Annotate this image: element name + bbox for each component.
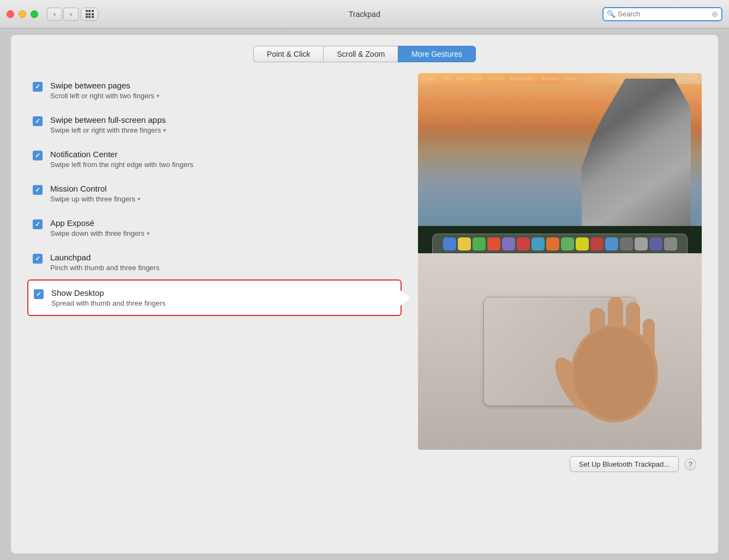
gesture-desc: Swipe left from the right edge with two … bbox=[50, 160, 193, 169]
checkmark-icon: ✓ bbox=[35, 84, 40, 90]
dock-icon bbox=[487, 237, 500, 251]
grid-icon bbox=[86, 10, 94, 18]
search-clear-icon[interactable]: ⊗ bbox=[712, 10, 719, 18]
checkbox-launchpad[interactable]: ✓ bbox=[33, 254, 43, 264]
gesture-title: Launchpad bbox=[50, 253, 159, 262]
forward-button[interactable]: › bbox=[63, 8, 79, 21]
chevron-down-icon[interactable]: ▾ bbox=[163, 127, 166, 133]
gesture-title: Notification Center bbox=[50, 150, 193, 159]
gesture-desc: Scroll left or right with two fingers ▾ bbox=[50, 92, 159, 100]
close-button[interactable] bbox=[7, 10, 14, 18]
chevron-down-icon[interactable]: ▾ bbox=[157, 93, 159, 99]
window-title: Trackpad bbox=[349, 10, 380, 19]
gesture-title: App Exposé bbox=[50, 218, 150, 228]
dock-icon bbox=[517, 237, 530, 251]
search-bar[interactable]: 🔍 ⊗ bbox=[602, 7, 722, 21]
content-split: ✓ Swipe between pages Scroll left or rig… bbox=[27, 73, 702, 450]
dock-icon bbox=[458, 237, 471, 251]
back-button[interactable]: ‹ bbox=[47, 8, 62, 21]
hand-gesture-image bbox=[543, 264, 685, 428]
tab-more-gestures[interactable]: More Gestures bbox=[398, 46, 476, 62]
dock-icon bbox=[664, 237, 677, 251]
gesture-desc: Swipe up with three fingers ▾ bbox=[50, 195, 140, 203]
setup-bluetooth-button[interactable]: Set Up Bluetooth Trackpad... bbox=[570, 456, 679, 472]
gesture-title: Mission Control bbox=[50, 184, 140, 193]
minimize-button[interactable] bbox=[19, 10, 26, 18]
title-bar: ‹ › Trackpad 🔍 ⊗ bbox=[0, 0, 729, 28]
bottom-bar: Set Up Bluetooth Trackpad... ? bbox=[27, 450, 702, 472]
mac-screen-preview: Safari File Edit View History Bookmarks … bbox=[418, 73, 702, 253]
gesture-show-desktop: ✓ Show Desktop Spread with thumb and thr… bbox=[27, 279, 402, 316]
dock-icon bbox=[635, 237, 648, 251]
dock-icon bbox=[502, 237, 515, 251]
gesture-mission-control: ✓ Mission Control Swipe up with three fi… bbox=[27, 176, 402, 211]
traffic-lights bbox=[7, 10, 38, 18]
checkmark-icon: ✓ bbox=[35, 152, 40, 159]
tab-point-click[interactable]: Point & Click bbox=[253, 46, 323, 62]
checkbox-swipe-pages[interactable]: ✓ bbox=[33, 82, 43, 92]
dock-icon bbox=[531, 237, 545, 251]
dock-icon bbox=[561, 237, 574, 251]
chevron-down-icon[interactable]: ▾ bbox=[138, 196, 140, 202]
tab-scroll-zoom[interactable]: Scroll & Zoom bbox=[323, 46, 398, 62]
search-icon: 🔍 bbox=[607, 10, 616, 18]
nav-buttons: ‹ › bbox=[47, 8, 79, 21]
gesture-swipe-fullscreen: ✓ Swipe between full-screen apps Swipe l… bbox=[27, 108, 402, 142]
search-input[interactable] bbox=[618, 10, 709, 18]
main-content: Point & Click Scroll & Zoom More Gesture… bbox=[11, 35, 718, 553]
dock-bar bbox=[432, 234, 688, 253]
gesture-text-show-desktop: Show Desktop Spread with thumb and three… bbox=[51, 288, 166, 307]
gesture-title: Swipe between pages bbox=[50, 81, 159, 90]
checkbox-notification-center[interactable]: ✓ bbox=[33, 151, 43, 160]
tab-bar: Point & Click Scroll & Zoom More Gesture… bbox=[27, 46, 702, 62]
gesture-text-mission-control: Mission Control Swipe up with three fing… bbox=[50, 184, 140, 203]
dock-icon bbox=[473, 237, 486, 251]
gesture-text-swipe-pages: Swipe between pages Scroll left or right… bbox=[50, 81, 159, 100]
checkmark-icon: ✓ bbox=[35, 118, 40, 124]
checkmark-icon: ✓ bbox=[35, 221, 40, 228]
dock-icon bbox=[649, 237, 662, 251]
gesture-desc: Swipe down with three fingers ▾ bbox=[50, 229, 150, 237]
checkbox-mission-control[interactable]: ✓ bbox=[33, 185, 43, 195]
checkmark-icon: ✓ bbox=[36, 291, 41, 297]
gesture-desc: Spread with thumb and three fingers bbox=[51, 299, 166, 307]
gesture-title: Swipe between full-screen apps bbox=[50, 115, 166, 124]
app-grid-button[interactable] bbox=[81, 8, 98, 21]
gesture-swipe-pages: ✓ Swipe between pages Scroll left or rig… bbox=[27, 73, 402, 108]
gesture-desc: Swipe left or right with three fingers ▾ bbox=[50, 126, 166, 134]
gesture-text-notification-center: Notification Center Swipe left from the … bbox=[50, 150, 193, 169]
gestures-list: ✓ Swipe between pages Scroll left or rig… bbox=[27, 73, 402, 450]
svg-point-6 bbox=[573, 327, 655, 420]
gesture-desc: Pinch with thumb and three fingers bbox=[50, 264, 159, 272]
dock-icon bbox=[590, 237, 603, 251]
gesture-title: Show Desktop bbox=[51, 288, 166, 297]
gesture-notification-center: ✓ Notification Center Swipe left from th… bbox=[27, 142, 402, 176]
checkbox-show-desktop[interactable]: ✓ bbox=[34, 289, 44, 299]
gesture-preview-panel: Safari File Edit View History Bookmarks … bbox=[418, 73, 702, 450]
gesture-app-expose: ✓ App Exposé Swipe down with three finge… bbox=[27, 211, 402, 245]
gesture-text-app-expose: App Exposé Swipe down with three fingers… bbox=[50, 218, 150, 237]
dock-icon bbox=[620, 237, 633, 251]
dock-icon bbox=[605, 237, 618, 251]
checkbox-swipe-fullscreen[interactable]: ✓ bbox=[33, 116, 43, 126]
dock-icon bbox=[443, 237, 456, 251]
chevron-down-icon[interactable]: ▾ bbox=[147, 230, 150, 236]
gesture-launchpad: ✓ Launchpad Pinch with thumb and three f… bbox=[27, 245, 402, 279]
gesture-text-launchpad: Launchpad Pinch with thumb and three fin… bbox=[50, 253, 159, 272]
checkbox-app-expose[interactable]: ✓ bbox=[33, 219, 43, 229]
gesture-text-swipe-fullscreen: Swipe between full-screen apps Swipe lef… bbox=[50, 115, 166, 134]
fullscreen-button[interactable] bbox=[31, 10, 38, 18]
dock-icon bbox=[546, 237, 559, 251]
dock-icon bbox=[576, 237, 589, 251]
help-button[interactable]: ? bbox=[684, 458, 696, 470]
checkmark-icon: ✓ bbox=[35, 255, 40, 262]
checkmark-icon: ✓ bbox=[35, 187, 40, 193]
trackpad-area bbox=[418, 253, 702, 450]
